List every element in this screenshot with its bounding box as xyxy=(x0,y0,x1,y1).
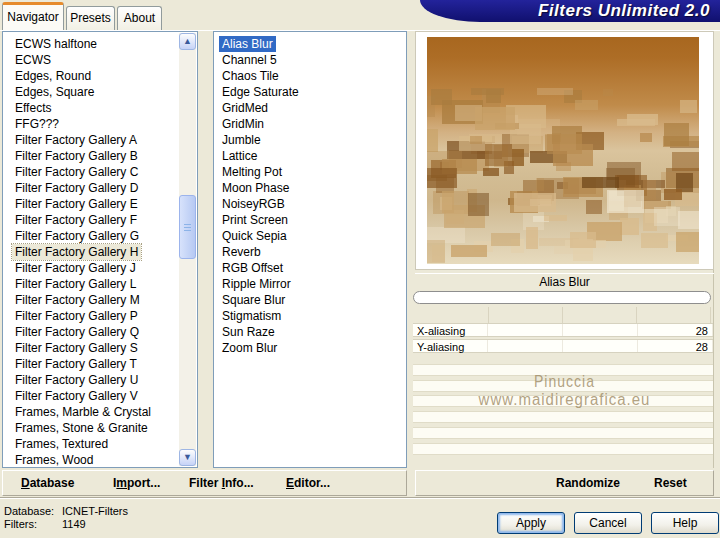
preview-mosaic-block xyxy=(451,245,487,257)
category-item[interactable]: Effects xyxy=(12,100,197,116)
category-item[interactable]: Filter Factory Gallery G xyxy=(12,228,197,244)
filter-item[interactable]: Reverb xyxy=(219,244,406,260)
category-item-label: FFG??? xyxy=(12,116,62,132)
preview-mosaic-block xyxy=(664,189,682,200)
preview-mosaic-block xyxy=(582,177,619,188)
scroll-up-icon[interactable]: ▲ xyxy=(179,33,196,50)
category-item[interactable]: Frames, Marble & Crystal xyxy=(12,404,197,420)
toolbar-button-database[interactable]: Database xyxy=(21,476,74,490)
filter-item-label: Stigmatism xyxy=(219,308,284,324)
param-slider-x-aliasing[interactable]: X-aliasing28 xyxy=(413,323,713,337)
category-item[interactable]: Filter Factory Gallery M xyxy=(12,292,197,308)
category-item-label: Filter Factory Gallery T xyxy=(12,356,140,372)
category-item-label: Frames, Wood xyxy=(12,452,96,468)
category-scrollbar[interactable]: ▲ ▼ xyxy=(179,33,196,466)
category-item[interactable]: Filter Factory Gallery J xyxy=(12,260,197,276)
filter-item[interactable]: Print Screen xyxy=(219,212,406,228)
filter-item[interactable]: NoiseyRGB xyxy=(219,196,406,212)
category-item[interactable]: Edges, Round xyxy=(12,68,197,84)
filter-item[interactable]: Ripple Mirror xyxy=(219,276,406,292)
category-item[interactable]: Filter Factory Gallery L xyxy=(12,276,197,292)
toolbar-button-editor[interactable]: Editor... xyxy=(286,476,330,490)
filter-item[interactable]: GridMin xyxy=(219,116,406,132)
help-button[interactable]: Help xyxy=(651,512,719,534)
filter-item-label: Print Screen xyxy=(219,212,291,228)
filter-item[interactable]: GridMed xyxy=(219,100,406,116)
category-item[interactable]: Filter Factory Gallery Q xyxy=(12,324,197,340)
filter-item[interactable]: Moon Phase xyxy=(219,180,406,196)
category-item[interactable]: ECWS halftone xyxy=(12,36,197,52)
category-item[interactable]: Frames, Stone & Granite xyxy=(12,420,197,436)
preview-mosaic-block xyxy=(483,168,499,176)
tab-presets[interactable]: Presets xyxy=(66,6,115,30)
category-item[interactable]: FFG??? xyxy=(12,116,197,132)
category-item-label: Filter Factory Gallery F xyxy=(12,212,140,228)
preview-mosaic-block xyxy=(664,123,689,146)
filter-item[interactable]: Lattice xyxy=(219,148,406,164)
category-item[interactable]: Filter Factory Gallery A xyxy=(12,132,197,148)
filter-item[interactable]: Jumble xyxy=(219,132,406,148)
category-item[interactable]: Filter Factory Gallery F xyxy=(12,212,197,228)
filter-item-label: Lattice xyxy=(219,148,260,164)
category-item[interactable]: Filter Factory Gallery P xyxy=(12,308,197,324)
filter-item[interactable]: Channel 5 xyxy=(219,52,406,68)
toolbar-button-import[interactable]: Import... xyxy=(113,476,160,490)
scroll-down-icon[interactable]: ▼ xyxy=(179,449,196,466)
toolbar-button-randomize[interactable]: Randomize xyxy=(556,476,620,490)
preview-mosaic-block xyxy=(491,233,520,247)
filter-item[interactable]: Zoom Blur xyxy=(219,340,406,356)
tab-about[interactable]: About xyxy=(117,6,162,30)
category-item[interactable]: Filter Factory Gallery D xyxy=(12,180,197,196)
cancel-button[interactable]: Cancel xyxy=(574,512,642,534)
filter-item[interactable]: Edge Saturate xyxy=(219,84,406,100)
filters-label: Filters: xyxy=(4,518,62,531)
category-item-label: Filter Factory Gallery E xyxy=(12,196,141,212)
filter-item-label: Channel 5 xyxy=(219,52,280,68)
filters-value: 1149 xyxy=(62,518,86,531)
filter-item[interactable]: Quick Sepia xyxy=(219,228,406,244)
preview-image[interactable] xyxy=(427,37,699,264)
category-item[interactable]: Filter Factory Gallery U xyxy=(12,372,197,388)
filter-item[interactable]: Melting Pot xyxy=(219,164,406,180)
category-item[interactable]: ECWS xyxy=(12,52,197,68)
param-slider-y-aliasing[interactable]: Y-aliasing28 xyxy=(413,339,713,353)
filter-item[interactable]: Sun Raze xyxy=(219,324,406,340)
filter-item[interactable]: Square Blur xyxy=(219,292,406,308)
category-item-label: Filter Factory Gallery J xyxy=(12,260,139,276)
preview-mosaic-block xyxy=(603,89,612,96)
toolbar-button-reset[interactable]: Reset xyxy=(654,476,687,490)
toolbar-button-filterinfo[interactable]: Filter Info... xyxy=(189,476,254,490)
filter-item-label: Reverb xyxy=(219,244,264,260)
param-label: Y-aliasing xyxy=(417,341,464,353)
status-info: Database: ICNET-Filters Filters: 1149 xyxy=(4,505,128,531)
category-item[interactable]: Filter Factory Gallery V xyxy=(12,388,197,404)
tab-navigator[interactable]: Navigator xyxy=(2,2,64,30)
category-item[interactable]: Filter Factory Gallery H xyxy=(12,244,197,260)
filter-item-label: Zoom Blur xyxy=(219,340,280,356)
filter-item[interactable]: Chaos Tile xyxy=(219,68,406,84)
filter-item-label: Chaos Tile xyxy=(219,68,282,84)
preview-mosaic-block xyxy=(654,207,680,226)
filter-item[interactable]: RGB Offset xyxy=(219,260,406,276)
category-item[interactable]: Frames, Textured xyxy=(12,436,197,452)
watermark-author: Pinuccia xyxy=(415,372,714,390)
filter-list: Alias BlurChannel 5Chaos TileEdge Satura… xyxy=(214,32,406,467)
category-item[interactable]: Edges, Square xyxy=(12,84,197,100)
filter-item[interactable]: Stigmatism xyxy=(219,308,406,324)
category-item[interactable]: Filter Factory Gallery T xyxy=(12,356,197,372)
preview-mosaic-block xyxy=(471,88,504,95)
category-item[interactable]: Filter Factory Gallery E xyxy=(12,196,197,212)
empty-param-row xyxy=(413,443,713,455)
category-item[interactable]: Filter Factory Gallery B xyxy=(12,148,197,164)
scrollbar-thumb[interactable] xyxy=(179,195,196,259)
category-item[interactable]: Filter Factory Gallery S xyxy=(12,340,197,356)
apply-button[interactable]: Apply xyxy=(497,512,565,534)
preview-mosaic-block xyxy=(586,200,602,214)
preview-mosaic-block xyxy=(617,119,655,126)
category-item[interactable]: Filter Factory Gallery C xyxy=(12,164,197,180)
category-item-label: Filter Factory Gallery G xyxy=(12,228,142,244)
category-item[interactable]: Frames, Wood xyxy=(12,452,197,468)
category-item-label: Edges, Round xyxy=(12,68,94,84)
filter-item-label: Quick Sepia xyxy=(219,228,290,244)
filter-item[interactable]: Alias Blur xyxy=(219,36,406,52)
